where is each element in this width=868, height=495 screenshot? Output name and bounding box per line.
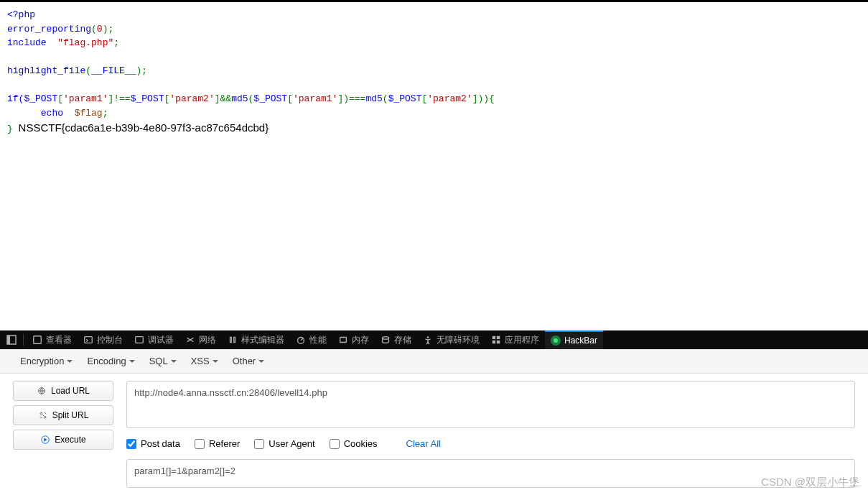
application-icon (491, 335, 501, 345)
devtools-panel: 查看器 控制台 调试器 网络 样式编辑器 性能 内存 存储 无障碍环境 应用程序… (0, 330, 868, 495)
svg-rect-6 (340, 338, 347, 343)
svg-rect-4 (136, 337, 144, 343)
checkbox-user-agent[interactable]: User Agent (254, 438, 314, 449)
dock-icon[interactable] (6, 334, 17, 346)
dropdown-xss[interactable]: XSS (184, 356, 225, 366)
checkbox-post-data[interactable]: Post data (126, 438, 180, 449)
dropdown-other[interactable]: Other (225, 356, 272, 366)
load-url-icon (37, 386, 47, 396)
accessibility-icon (423, 335, 433, 345)
chevron-down-icon (171, 360, 177, 363)
svg-rect-11 (493, 341, 495, 343)
svg-rect-9 (493, 336, 495, 339)
svg-rect-3 (85, 337, 93, 343)
load-url-button[interactable]: Load URL (13, 381, 113, 401)
hackbar-icon (551, 336, 561, 346)
flag-output: NSSCTF{cdac6a1e-b39b-4e80-97f3-ac87c654d… (19, 121, 269, 134)
tab-performance[interactable]: 性能 (290, 330, 332, 349)
hackbar-toolbar: Encryption Encoding SQL XSS Other (0, 349, 868, 374)
hackbar-body: Load URL Split URL Execute Post data Ref… (0, 374, 868, 495)
devtools-tab-bar: 查看器 控制台 调试器 网络 样式编辑器 性能 内存 存储 无障碍环境 应用程序… (0, 330, 868, 349)
svg-rect-12 (497, 341, 500, 343)
post-data-input[interactable] (126, 459, 855, 488)
svg-point-7 (383, 337, 389, 340)
chevron-down-icon (213, 360, 218, 363)
memory-icon (338, 335, 348, 345)
console-icon (83, 335, 93, 345)
tab-style[interactable]: 样式编辑器 (222, 330, 290, 349)
svg-rect-1 (7, 336, 10, 344)
tab-console[interactable]: 控制台 (78, 330, 129, 349)
svg-rect-2 (34, 336, 42, 344)
split-url-icon (38, 410, 48, 420)
svg-point-14 (40, 412, 42, 415)
php-source-code: <?php error_reporting(0); include "flag.… (0, 2, 868, 142)
tab-inspector[interactable]: 查看器 (27, 330, 78, 349)
storage-icon (381, 335, 391, 345)
svg-rect-10 (497, 336, 500, 339)
split-url-button[interactable]: Split URL (13, 405, 113, 425)
tab-hackbar[interactable]: HackBar (545, 330, 603, 349)
tab-debugger[interactable]: 调试器 (129, 330, 179, 349)
svg-point-8 (427, 336, 429, 338)
execute-icon (40, 435, 50, 445)
tab-storage[interactable]: 存储 (375, 330, 417, 349)
dropdown-encoding[interactable]: Encoding (80, 356, 141, 366)
inspector-icon (32, 335, 42, 345)
network-icon (185, 335, 195, 345)
dropdown-encryption[interactable]: Encryption (13, 356, 80, 366)
tab-accessibility[interactable]: 无障碍环境 (417, 330, 485, 349)
execute-button[interactable]: Execute (13, 430, 113, 450)
clear-all-link[interactable]: Clear All (406, 438, 441, 449)
tab-network[interactable]: 网络 (179, 330, 222, 349)
chevron-down-icon (258, 360, 264, 363)
checkbox-referer[interactable]: Referer (195, 438, 240, 449)
debugger-icon (134, 335, 144, 345)
style-icon (228, 335, 238, 345)
checkbox-cookies[interactable]: Cookies (330, 438, 378, 449)
tab-application[interactable]: 应用程序 (485, 330, 545, 349)
performance-icon (296, 335, 306, 345)
svg-point-15 (44, 416, 46, 418)
chevron-down-icon (67, 360, 73, 363)
url-input[interactable] (126, 381, 855, 428)
chevron-down-icon (129, 360, 135, 363)
tab-memory[interactable]: 内存 (332, 330, 375, 349)
dropdown-sql[interactable]: SQL (142, 356, 184, 366)
